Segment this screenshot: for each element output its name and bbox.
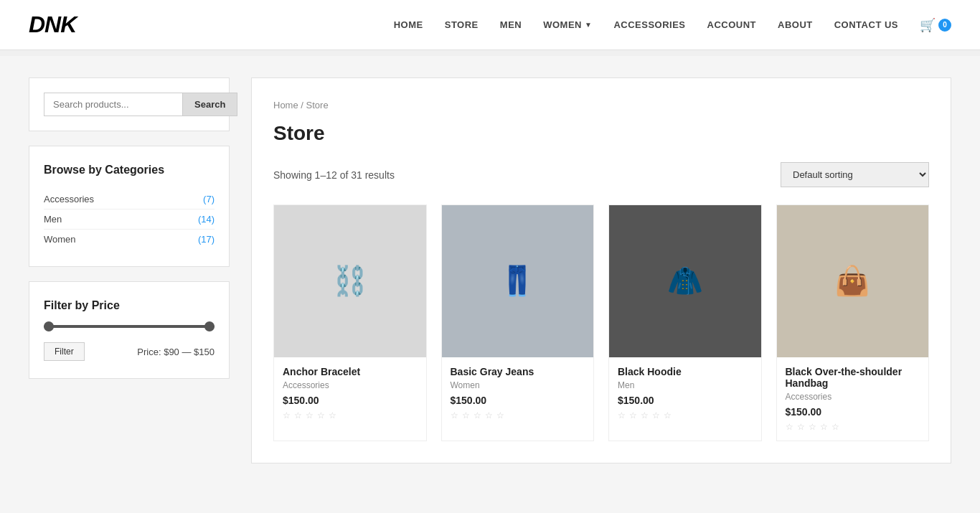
category-accessories[interactable]: Accessories (7) xyxy=(44,189,215,210)
breadcrumb: Home / Store xyxy=(273,100,929,110)
product-category-black-handbag: Accessories xyxy=(786,392,920,402)
product-info-black-handbag: Black Over-the-shoulder Handbag Accessor… xyxy=(777,357,929,441)
product-card-black-hoodie[interactable]: 🧥 Black Hoodie Men $150.00 ☆ ☆ ☆ ☆ ☆ xyxy=(608,204,762,441)
product-name-black-hoodie: Black Hoodie xyxy=(618,366,753,377)
product-price-black-hoodie: $150.00 xyxy=(618,395,753,406)
main-content: Home / Store Store Showing 1–12 of 31 re… xyxy=(251,77,951,463)
results-bar: Showing 1–12 of 31 results Default sorti… xyxy=(273,162,929,187)
product-category-black-hoodie: Men xyxy=(618,380,753,390)
cart-badge: 0 xyxy=(938,19,951,32)
product-image-black-hoodie: 🧥 xyxy=(609,205,761,357)
product-card-black-handbag[interactable]: 👜 Black Over-the-shoulder Handbag Access… xyxy=(776,204,930,441)
product-image-black-handbag: 👜 xyxy=(777,205,929,357)
filter-button[interactable]: Filter xyxy=(44,342,85,361)
nav: HOME STORE MEN WOMEN ▼ ACCESSORIES ACCOU… xyxy=(394,17,951,33)
nav-account[interactable]: ACCOUNT xyxy=(707,19,757,30)
nav-men[interactable]: MEN xyxy=(500,19,522,30)
category-men[interactable]: Men (14) xyxy=(44,210,215,230)
price-slider-handle-right[interactable] xyxy=(204,321,215,331)
page-title: Store xyxy=(273,122,929,145)
product-image-basic-gray-jeans: 👖 xyxy=(442,205,594,357)
nav-women[interactable]: WOMEN ▼ xyxy=(543,19,592,30)
sort-select[interactable]: Default sortingSort by popularitySort by… xyxy=(781,162,929,187)
filter-bottom: Filter Price: $90 — $150 xyxy=(44,342,215,361)
search-input[interactable] xyxy=(44,93,183,116)
product-stars-black-handbag: ☆ ☆ ☆ ☆ ☆ xyxy=(786,422,920,432)
product-image-anchor-bracelet: ⛓️ xyxy=(274,205,426,357)
nav-accessories[interactable]: ACCESSORIES xyxy=(613,19,685,30)
product-card-anchor-bracelet[interactable]: ⛓️ Anchor Bracelet Accessories $150.00 ☆… xyxy=(273,204,427,441)
cart-icon: 🛒 xyxy=(920,17,936,33)
sidebar: Search Browse by Categories Accessories … xyxy=(29,77,230,463)
categories-widget: Browse by Categories Accessories (7) Men… xyxy=(29,146,230,267)
product-stars-black-hoodie: ☆ ☆ ☆ ☆ ☆ xyxy=(618,410,753,420)
product-price-anchor-bracelet: $150.00 xyxy=(283,395,418,406)
main-layout: Search Browse by Categories Accessories … xyxy=(0,56,980,485)
price-slider-handle-left[interactable] xyxy=(44,321,54,331)
nav-about[interactable]: ABOUT xyxy=(778,19,813,30)
product-grid: ⛓️ Anchor Bracelet Accessories $150.00 ☆… xyxy=(273,204,929,441)
product-name-black-handbag: Black Over-the-shoulder Handbag xyxy=(786,366,920,389)
category-women[interactable]: Women (17) xyxy=(44,230,215,249)
logo[interactable]: DNK xyxy=(29,11,76,38)
cart-button[interactable]: 🛒 0 xyxy=(920,17,951,33)
product-info-basic-gray-jeans: Basic Gray Jeans Women $150.00 ☆ ☆ ☆ ☆ ☆ xyxy=(442,357,594,429)
categories-title: Browse by Categories xyxy=(44,164,215,177)
product-price-black-handbag: $150.00 xyxy=(786,406,920,418)
product-info-black-hoodie: Black Hoodie Men $150.00 ☆ ☆ ☆ ☆ ☆ xyxy=(609,357,761,429)
filter-title: Filter by Price xyxy=(44,299,215,312)
product-name-basic-gray-jeans: Basic Gray Jeans xyxy=(451,366,585,377)
breadcrumb-home[interactable]: Home xyxy=(273,100,298,110)
results-count: Showing 1–12 of 31 results xyxy=(273,169,395,181)
breadcrumb-separator: / xyxy=(301,100,306,110)
breadcrumb-current: Store xyxy=(306,100,329,110)
product-stars-basic-gray-jeans: ☆ ☆ ☆ ☆ ☆ xyxy=(451,410,585,420)
search-button[interactable]: Search xyxy=(183,93,237,116)
nav-store[interactable]: STORE xyxy=(445,19,479,30)
header-separator xyxy=(0,50,980,56)
chevron-down-icon: ▼ xyxy=(585,21,592,29)
header: DNK HOME STORE MEN WOMEN ▼ ACCESSORIES A… xyxy=(0,0,980,50)
product-category-anchor-bracelet: Accessories xyxy=(283,380,418,390)
product-info-anchor-bracelet: Anchor Bracelet Accessories $150.00 ☆ ☆ … xyxy=(274,357,426,429)
product-price-basic-gray-jeans: $150.00 xyxy=(451,395,585,406)
nav-contact[interactable]: CONTACT US xyxy=(834,19,898,30)
product-stars-anchor-bracelet: ☆ ☆ ☆ ☆ ☆ xyxy=(283,410,418,420)
price-slider-fill xyxy=(44,325,215,328)
product-name-anchor-bracelet: Anchor Bracelet xyxy=(283,366,418,377)
price-slider-track[interactable] xyxy=(44,325,215,328)
product-card-basic-gray-jeans[interactable]: 👖 Basic Gray Jeans Women $150.00 ☆ ☆ ☆ ☆… xyxy=(441,204,595,441)
filter-price-range: Price: $90 — $150 xyxy=(137,347,215,357)
filter-widget: Filter by Price Filter Price: $90 — $150 xyxy=(29,281,230,379)
search-widget: Search xyxy=(29,77,230,131)
product-category-basic-gray-jeans: Women xyxy=(451,380,585,390)
nav-home[interactable]: HOME xyxy=(394,19,423,30)
